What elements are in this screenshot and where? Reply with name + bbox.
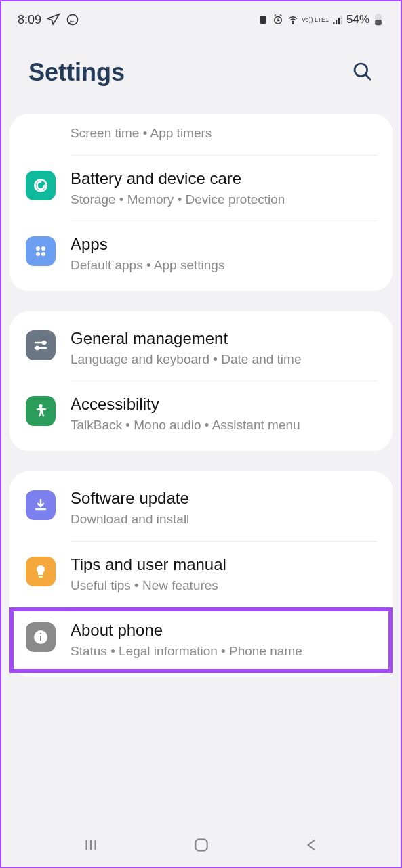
settings-item-digital-wellbeing[interactable]: Screen time • App timers [9,118,393,155]
volte-indicator: Vo)) LTE1 [302,17,329,23]
software-update-icon [26,490,56,520]
svg-point-13 [36,246,40,251]
row-subtitle: Useful tips • New features [71,577,376,595]
svg-point-18 [36,347,39,349]
row-title: About phone [71,621,376,640]
home-button[interactable] [193,836,210,856]
svg-rect-10 [377,14,380,15]
row-title: Tips and user manual [71,555,376,574]
tips-icon [26,557,56,586]
svg-rect-1 [260,16,266,24]
svg-point-22 [40,633,42,635]
row-subtitle: Default apps • App settings [71,257,376,275]
row-subtitle: Download and install [71,511,376,529]
whatsapp-icon [66,13,79,26]
svg-rect-7 [340,16,342,24]
row-title: Software update [71,489,376,508]
apps-icon [26,236,56,266]
svg-rect-4 [333,22,334,24]
row-subtitle: Status • Legal information • Phone name [71,643,376,661]
svg-rect-9 [375,20,382,25]
svg-rect-6 [338,18,340,24]
settings-group-general: General management Language and keyboard… [9,311,393,451]
row-title: Apps [71,235,376,254]
page-title: Settings [28,58,125,87]
row-title: General management [71,329,376,348]
battery-care-icon [26,171,56,200]
row-subtitle: Storage • Memory • Device protection [71,191,376,209]
settings-item-battery-care[interactable]: Battery and device care Storage • Memory… [9,156,393,221]
svg-point-3 [292,23,294,24]
row-title: Accessibility [71,395,376,414]
general-management-icon [26,330,56,360]
svg-rect-5 [336,20,337,24]
svg-rect-21 [40,636,41,641]
search-icon [352,61,374,83]
svg-point-15 [36,252,40,256]
svg-point-11 [355,64,367,77]
settings-group-device: Screen time • App timers Battery and dev… [9,114,393,291]
row-subtitle: TalkBack • Mono audio • Assistant menu [71,416,376,435]
wifi-icon [287,14,299,26]
settings-item-about-phone[interactable]: About phone Status • Legal information •… [9,607,393,673]
row-title: Battery and device care [71,169,376,188]
notification-icon [257,14,269,26]
settings-item-tips[interactable]: Tips and user manual Useful tips • New f… [9,542,393,607]
header: Settings [1,38,401,114]
navigation-bar [1,826,401,867]
back-button[interactable] [303,836,321,856]
status-bar: 8:09 Vo)) LTE1 54% [1,1,401,38]
row-subtitle: Screen time • App timers [71,125,376,143]
search-button[interactable] [352,61,374,85]
settings-item-software-update[interactable]: Software update Download and install [9,475,393,541]
settings-item-general-management[interactable]: General management Language and keyboard… [9,316,393,381]
telegram-icon [47,13,60,26]
svg-rect-23 [195,839,207,850]
settings-item-apps[interactable]: Apps Default apps • App settings [9,221,393,287]
accessibility-icon [26,396,56,426]
svg-point-19 [39,404,42,408]
row-subtitle: Language and keyboard • Date and time [71,351,376,369]
svg-point-14 [41,246,45,251]
settings-item-accessibility[interactable]: Accessibility TalkBack • Mono audio • As… [9,381,393,447]
alarm-icon [272,14,284,26]
battery-icon [372,14,384,26]
svg-point-16 [41,252,45,256]
svg-point-17 [43,341,45,344]
settings-group-about: Software update Download and install Tip… [9,471,393,677]
recents-button[interactable] [82,836,100,856]
status-time: 8:09 [18,13,41,27]
about-phone-icon [26,622,56,652]
battery-percent: 54% [346,13,369,26]
signal-icon [331,14,344,26]
